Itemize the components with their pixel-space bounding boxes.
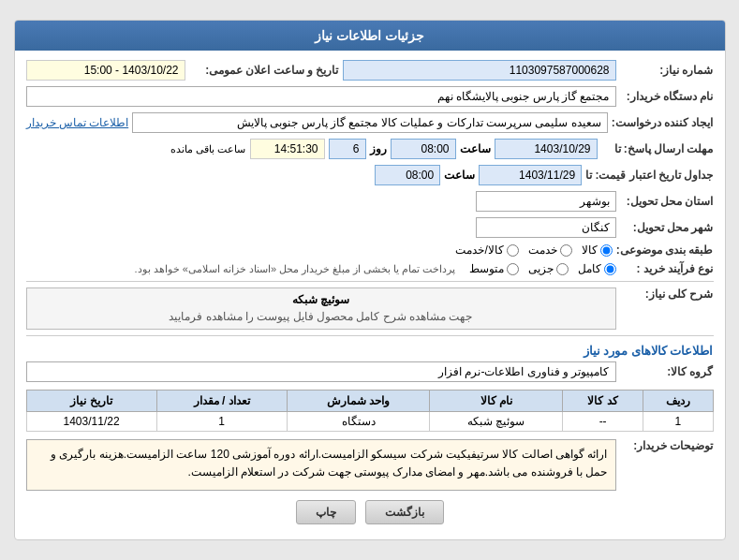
row-noeFarayand: نوع فرآیند خرید : کامل جزیی متوسط پرداخت…: [26, 262, 714, 275]
page-title: جزئیات اطلاعات نیاز: [315, 28, 424, 43]
main-container: جزئیات اطلاعات نیاز شماره نیاز: 11030975…: [14, 20, 726, 540]
ijadKannde-label: ایجاد کننده درخواست:: [612, 116, 714, 129]
jadaval-label: جداول تاریخ اعتبار قیمت: تا: [585, 169, 713, 182]
tazahat-value: ارائه گواهی اصالت کالا سرتیفیکیت شرکت سی…: [26, 439, 616, 491]
tabaqeh-kala-khedmat-label: کالا/خدمت: [455, 243, 503, 257]
mohlat-time: 08:00: [391, 139, 456, 159]
ijadKannde-link[interactable]: اطلاعات تماس خریدار: [26, 116, 129, 129]
sharh-box: سوئیچ شبکه جهت مشاهده شرح کامل محصول فای…: [26, 287, 616, 330]
sharh-label: شرح کلی نیاز:: [620, 287, 714, 301]
kala-section-title: اطلاعات کالاهای مورد نیاز: [26, 344, 714, 358]
tabaqeh-kala-khedmat-radio[interactable]: [507, 244, 519, 257]
mohlat-roz: 6: [329, 139, 366, 159]
row-jadaval: جداول تاریخ اعتبار قیمت: تا 1403/11/29 س…: [26, 165, 714, 185]
row-shahr: شهر محل تحویل: کنگان: [26, 217, 714, 238]
row-ostan: استان محل تحویل: بوشهر: [26, 191, 714, 212]
back-button[interactable]: بازگشت: [365, 500, 444, 524]
table-cell: سوئیچ شبکه: [430, 412, 563, 432]
table-cell: 1: [643, 412, 713, 432]
table-cell: --: [562, 412, 643, 432]
shomareNiaz-label: شماره نیاز:: [620, 64, 714, 77]
content-area: شماره نیاز: 1103097587000628 تاریخ و ساع…: [15, 51, 725, 539]
mohlat-saat-baqi: 14:51:30: [250, 139, 325, 159]
noeFarayand-jozii-radio[interactable]: [556, 263, 569, 275]
groupeKala-label: گروه کالا:: [620, 365, 714, 378]
noeFarayand-mottaset-radio[interactable]: [507, 263, 519, 275]
row-shomareNiaz: شماره نیاز: 1103097587000628 تاریخ و ساع…: [26, 60, 714, 81]
row-groupeKala: گروه کالا: کامپیوتر و فناوری اطلاعات-نرم…: [26, 361, 714, 382]
groupeKala-value: کامپیوتر و فناوری اطلاعات-نرم افزار: [26, 361, 616, 382]
row-mohlat: مهلت ارسال پاسخ: تا 1403/10/29 ساعت 08:0…: [26, 139, 714, 159]
row-namDastgah: نام دستگاه خریدار: مجتمع گاز پارس جنوبی …: [26, 86, 714, 107]
noeFarayand-mottaset: متوسط: [469, 262, 519, 275]
noeFarayand-mottaset-label: متوسط: [469, 262, 504, 275]
noeFarayand-note: پرداخت تمام یا بخشی از مبلغ خریدار محل «…: [135, 263, 456, 275]
noeFarayand-kamil-radio[interactable]: [604, 263, 616, 275]
jadaval-saat-label: ساعت: [444, 169, 475, 182]
namDastgah-label: نام دستگاه خریدار:: [620, 90, 714, 103]
tabaqeh-kala-khedmat: کالا/خدمت: [455, 243, 518, 257]
tarikh-value: 1403/10/22 - 15:00: [26, 60, 185, 81]
col-nam: نام کالا: [430, 391, 563, 412]
row-tazahat: توضیحات خریدار: ارائه گواهی اصالت کالا س…: [26, 439, 714, 491]
shomareNiaz-value: 1103097587000628: [343, 60, 616, 81]
noeFarayand-kamil: کامل: [578, 262, 616, 275]
print-button[interactable]: چاپ: [296, 500, 356, 524]
tabaqeh-khedmat-label: خدمت: [528, 243, 557, 257]
sharh-note: جهت مشاهده شرح کامل محصول فایل پیوست را …: [35, 310, 608, 323]
col-tarikh: تاریخ نیاز: [26, 391, 156, 412]
noeFarayand-jozii: جزیی: [528, 262, 569, 275]
tazahat-label: توضیحات خریدار:: [620, 439, 714, 452]
ostan-label: استان محل تحویل:: [620, 195, 714, 208]
namDastgah-value: مجتمع گاز پارس جنوبی پالایشگاه نهم: [26, 86, 616, 107]
col-vahed: واحد شمارش: [287, 391, 430, 412]
saat-baqi-label: ساعت باقی مانده: [170, 143, 245, 155]
table-cell: 1: [156, 412, 287, 432]
ijadKannde-value: سعیده سلیمی سرپرست تدارکات و عملیات کالا…: [132, 112, 608, 133]
tabaqeh-khedmat: خدمت: [528, 243, 572, 257]
shahr-label: شهر محل تحویل:: [620, 221, 714, 234]
kala-table: ردیف کد کالا نام کالا واحد شمارش تعداد /…: [26, 390, 714, 432]
col-radif: ردیف: [643, 391, 713, 412]
ostan-value: بوشهر: [476, 191, 616, 212]
row-tabaqeh: طبقه بندی موضوعی: کالا خدمت کالا/خدمت: [26, 243, 714, 257]
roz-label: روز: [370, 142, 387, 155]
jadaval-date: 1403/11/29: [479, 165, 582, 185]
mohlat-date: 1403/10/29: [495, 139, 598, 159]
noeFarayand-label: نوع فرآیند خرید :: [620, 262, 714, 275]
saat-label: ساعت: [460, 142, 491, 155]
tabaqeh-radio-group: کالا خدمت کالا/خدمت: [455, 243, 612, 257]
tabaqeh-kala: کالا: [582, 243, 613, 257]
jadaval-time: 08:00: [375, 165, 440, 185]
col-kod: کد کالا: [562, 391, 643, 412]
tabaqeh-kala-label: کالا: [582, 243, 598, 257]
noeFarayand-radio-group: کامل جزیی متوسط: [469, 262, 616, 275]
row-sharh: شرح کلی نیاز: سوئیچ شبکه جهت مشاهده شرح …: [26, 287, 714, 330]
col-tedad: تعداد / مقدار: [156, 391, 287, 412]
mohlat-label: مهلت ارسال پاسخ: تا: [601, 142, 714, 155]
tarikh-label: تاریخ و ساعت اعلان عمومی:: [189, 64, 339, 77]
tabaqeh-kala-radio[interactable]: [600, 244, 613, 257]
table-row: 1--سوئیچ شبکهدستگاه11403/11/22: [26, 412, 713, 432]
table-cell: 1403/11/22: [26, 412, 156, 432]
tabaqeh-label: طبقه بندی موضوعی:: [616, 243, 714, 257]
button-row: بازگشت چاپ: [26, 500, 714, 524]
table-cell: دستگاه: [287, 412, 430, 432]
kala-table-container: ردیف کد کالا نام کالا واحد شمارش تعداد /…: [26, 390, 714, 432]
noeFarayand-kamil-label: کامل: [578, 262, 601, 275]
row-ijadKannde: ایجاد کننده درخواست: سعیده سلیمی سرپرست …: [26, 112, 714, 133]
page-header: جزئیات اطلاعات نیاز: [15, 21, 725, 51]
noeFarayand-jozii-label: جزیی: [528, 262, 554, 275]
tabaqeh-khedmat-radio[interactable]: [560, 244, 572, 257]
sharh-title: سوئیچ شبکه: [35, 293, 608, 306]
shahr-value: کنگان: [476, 217, 616, 238]
